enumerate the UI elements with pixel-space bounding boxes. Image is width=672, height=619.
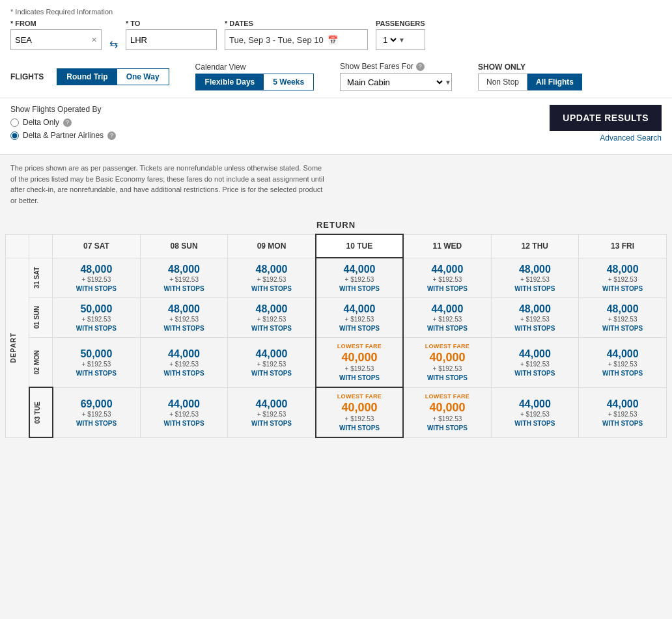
row-date-label: 03 TUE [29, 387, 53, 437]
disclaimer-text: The prices shown are as per passenger. T… [0, 155, 339, 213]
list-item[interactable]: LOWEST FARE40,000+ $192.53WITH STOPS [316, 387, 404, 437]
show-fares-label: Show Best Fares For ? [340, 62, 452, 71]
cell-stops: WITH STOPS [143, 370, 225, 377]
cell-plus-tax: + $192.53 [406, 316, 488, 323]
cell-plus-tax: + $192.53 [143, 411, 225, 418]
table-row: 02 MON50,000+ $192.53WITH STOPS44,000+ $… [6, 338, 667, 388]
list-item[interactable]: 48,000+ $192.53WITH STOPS [579, 258, 667, 298]
list-item[interactable]: 48,000+ $192.53WITH STOPS [140, 298, 228, 338]
list-item[interactable]: 44,000+ $192.53WITH STOPS [140, 387, 228, 437]
list-item[interactable]: 44,000+ $192.53WITH STOPS [228, 387, 316, 437]
cell-miles: 50,000 [55, 348, 137, 360]
cell-miles: 48,000 [231, 264, 312, 275]
list-item[interactable]: 44,000+ $192.53WITH STOPS [228, 338, 316, 388]
show-only-toggle: Non Stop All Flights [478, 74, 582, 90]
col-header-10tue[interactable]: 10 TUE [316, 234, 404, 258]
cell-miles: 40,000 [406, 401, 488, 415]
one-way-button[interactable]: One Way [117, 69, 169, 85]
list-item[interactable]: 44,000+ $192.53WITH STOPS [140, 338, 228, 388]
depart-label-cell: DEPART [6, 258, 29, 437]
col-header-07sat[interactable]: 07 SAT [53, 234, 141, 258]
list-item[interactable]: LOWEST FARE40,000+ $192.53WITH STOPS [403, 387, 491, 437]
cell-stops: WITH STOPS [56, 420, 137, 427]
cell-plus-tax: + $192.53 [231, 276, 312, 283]
cell-stops: WITH STOPS [581, 285, 664, 292]
list-item[interactable]: 44,000+ $192.53WITH STOPS [579, 387, 667, 437]
calendar-icon[interactable]: 📅 [328, 35, 338, 45]
col-header-08sun[interactable]: 08 SUN [140, 234, 228, 258]
delta-only-radio[interactable]: Delta Only ? [10, 118, 550, 127]
fare-calendar: 07 SAT 08 SUN 09 MON 10 TUE 11 WED 12 TH… [5, 234, 667, 438]
non-stop-button[interactable]: Non Stop [478, 74, 527, 90]
all-flights-button[interactable]: All Flights [527, 74, 582, 90]
cell-miles: 48,000 [143, 264, 225, 275]
fares-select[interactable]: Main Cabin First Class Business [341, 77, 445, 88]
cell-miles: 44,000 [143, 348, 225, 360]
update-results-button[interactable]: UPDATE RESULTS [550, 105, 662, 131]
cell-plus-tax: + $192.53 [581, 361, 664, 368]
cell-stops: WITH STOPS [143, 325, 225, 332]
swap-icon[interactable]: ⇆ [109, 38, 118, 50]
list-item[interactable]: 44,000+ $192.53WITH STOPS [403, 298, 491, 338]
delta-partner-radio[interactable]: Delta & Partner Airlines ? [10, 131, 550, 140]
list-item[interactable]: 48,000+ $192.53WITH STOPS [228, 258, 316, 298]
list-item[interactable]: LOWEST FARE40,000+ $192.53WITH STOPS [316, 338, 404, 388]
from-clear-icon[interactable]: ✕ [91, 36, 97, 44]
cell-plus-tax: + $192.53 [143, 361, 225, 368]
cell-miles: 48,000 [494, 303, 576, 315]
cell-plus-tax: + $192.53 [143, 276, 225, 283]
delta-partner-info-icon[interactable]: ? [107, 131, 116, 140]
list-item[interactable]: 48,000+ $192.53WITH STOPS [579, 298, 667, 338]
show-fares-info-icon[interactable]: ? [416, 62, 425, 71]
cell-plus-tax: + $192.53 [581, 316, 664, 323]
list-item[interactable]: 44,000+ $192.53WITH STOPS [579, 338, 667, 388]
cell-plus-tax: + $192.53 [319, 365, 400, 372]
cell-plus-tax: + $192.53 [231, 361, 312, 368]
passengers-select[interactable]: 1 2 3 [380, 34, 399, 46]
list-item[interactable]: 44,000+ $192.53WITH STOPS [491, 338, 579, 388]
row-date-label: 01 SUN [29, 298, 53, 338]
col-header-13fri[interactable]: 13 FRI [579, 234, 667, 258]
cell-stops: WITH STOPS [406, 374, 488, 381]
flexible-days-button[interactable]: Flexible Days [196, 74, 264, 90]
col-header-11wed[interactable]: 11 WED [403, 234, 491, 258]
row-label-corner [29, 234, 53, 258]
cell-plus-tax: + $192.53 [494, 276, 576, 283]
cell-plus-tax: + $192.53 [581, 276, 664, 283]
passengers-label: PASSENGERS [376, 20, 425, 27]
cell-miles: 44,000 [494, 398, 576, 410]
list-item[interactable]: 50,000+ $192.53WITH STOPS [53, 298, 141, 338]
list-item[interactable]: LOWEST FARE40,000+ $192.53WITH STOPS [403, 338, 491, 388]
from-input[interactable] [15, 35, 91, 45]
delta-only-info-icon[interactable]: ? [63, 118, 72, 127]
list-item[interactable]: 50,000+ $192.53WITH STOPS [53, 338, 141, 388]
cell-stops: WITH STOPS [494, 420, 576, 427]
round-trip-button[interactable]: Round Trip [57, 69, 117, 85]
advanced-search-link[interactable]: Advanced Search [600, 133, 662, 143]
list-item[interactable]: 44,000+ $192.53WITH STOPS [316, 258, 404, 298]
list-item[interactable]: 44,000+ $192.53WITH STOPS [403, 258, 491, 298]
col-header-12thu[interactable]: 12 THU [491, 234, 579, 258]
five-weeks-button[interactable]: 5 Weeks [264, 74, 313, 90]
operated-title: Show Flights Operated By [10, 105, 550, 114]
cell-miles: 50,000 [55, 303, 137, 315]
cell-stops: WITH STOPS [231, 325, 312, 332]
row-date-label: 31 SAT [29, 258, 53, 298]
list-item[interactable]: 48,000+ $192.53WITH STOPS [491, 298, 579, 338]
list-item[interactable]: 48,000+ $192.53WITH STOPS [53, 258, 141, 298]
cell-stops: WITH STOPS [143, 285, 225, 292]
delta-partner-label: Delta & Partner Airlines [23, 131, 104, 140]
to-input[interactable] [130, 35, 212, 45]
cell-plus-tax: + $192.53 [494, 316, 576, 323]
cell-plus-tax: + $192.53 [231, 316, 312, 323]
list-item[interactable]: 44,000+ $192.53WITH STOPS [316, 298, 404, 338]
cell-miles: 44,000 [406, 264, 488, 275]
col-header-09mon[interactable]: 09 MON [228, 234, 316, 258]
calendar-view-label: Calendar View [195, 62, 315, 72]
list-item[interactable]: 48,000+ $192.53WITH STOPS [228, 298, 316, 338]
cell-stops: WITH STOPS [231, 420, 312, 427]
list-item[interactable]: 48,000+ $192.53WITH STOPS [140, 258, 228, 298]
list-item[interactable]: 48,000+ $192.53WITH STOPS [491, 258, 579, 298]
list-item[interactable]: 44,000+ $192.53WITH STOPS [491, 387, 579, 437]
list-item[interactable]: 69,000+ $192.53WITH STOPS [53, 387, 141, 437]
